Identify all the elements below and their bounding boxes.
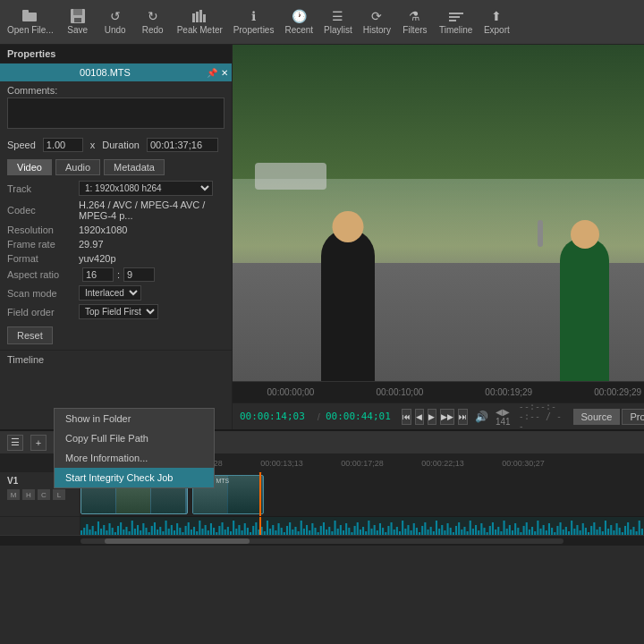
toolbar-redo[interactable]: ↻ Redo bbox=[140, 9, 166, 35]
svg-rect-199 bbox=[607, 529, 609, 535]
svg-rect-191 bbox=[585, 528, 587, 535]
track-composite-button[interactable]: C bbox=[38, 489, 50, 500]
timecode-bar: 00:00:00;00 00:00:10;00 00:00:19;29 00:0… bbox=[233, 381, 644, 402]
track-mute-button[interactable]: M bbox=[7, 489, 20, 500]
duration-input[interactable] bbox=[147, 138, 218, 152]
redo-icon: ↻ bbox=[144, 9, 162, 23]
svg-rect-147 bbox=[461, 530, 462, 535]
toolbar-open-file[interactable]: Open File... bbox=[7, 9, 54, 35]
svg-rect-10 bbox=[449, 16, 460, 18]
svg-rect-154 bbox=[480, 523, 482, 535]
tab-metadata[interactable]: Metadata bbox=[104, 159, 165, 175]
svg-rect-206 bbox=[627, 522, 629, 535]
svg-rect-181 bbox=[556, 526, 558, 535]
main-area: Properties 00108.MTS 📌 ✕ Comments: Speed… bbox=[0, 45, 644, 429]
timeline-menu-button[interactable]: ☰ bbox=[7, 435, 23, 451]
svg-rect-101 bbox=[331, 531, 333, 535]
svg-rect-61 bbox=[218, 526, 220, 535]
context-menu-copy-path[interactable]: Copy Full File Path bbox=[55, 428, 214, 448]
close-icon[interactable]: ✕ bbox=[221, 68, 228, 78]
skip-start-button[interactable]: ⏮ bbox=[402, 409, 411, 425]
speed-unit: x bbox=[90, 140, 96, 150]
svg-rect-5 bbox=[192, 13, 195, 22]
comments-input[interactable] bbox=[7, 97, 225, 129]
svg-rect-153 bbox=[478, 530, 479, 535]
toolbar-peak-meter[interactable]: Peak Meter bbox=[177, 9, 223, 35]
aspect-height-input[interactable] bbox=[123, 267, 155, 282]
svg-rect-140 bbox=[441, 525, 443, 535]
svg-rect-87 bbox=[292, 530, 293, 535]
skip-end-button[interactable]: ⏭ bbox=[458, 409, 468, 425]
toolbar-timeline[interactable]: Timeline bbox=[439, 9, 472, 35]
tab-audio[interactable]: Audio bbox=[55, 159, 100, 175]
comments-section: Comments: bbox=[0, 81, 232, 134]
project-tab[interactable]: Project bbox=[622, 409, 644, 425]
field-order-select[interactable]: Top Field First bbox=[79, 304, 158, 319]
svg-rect-138 bbox=[436, 521, 437, 535]
svg-rect-82 bbox=[278, 523, 280, 535]
file-name: 00108.MTS bbox=[4, 67, 207, 78]
speed-input[interactable] bbox=[43, 138, 83, 152]
svg-rect-158 bbox=[492, 522, 494, 535]
svg-rect-37 bbox=[151, 526, 153, 535]
pin-icon[interactable]: 📌 bbox=[207, 68, 217, 78]
svg-rect-159 bbox=[495, 530, 496, 535]
video-scene bbox=[233, 45, 644, 381]
svg-rect-63 bbox=[225, 530, 226, 535]
svg-rect-189 bbox=[580, 530, 581, 535]
toolbar-history[interactable]: ⟳ History bbox=[363, 9, 391, 35]
context-menu-more-info[interactable]: More Information... bbox=[55, 448, 214, 468]
svg-rect-178 bbox=[548, 523, 550, 535]
timeline-add-button[interactable]: + bbox=[30, 435, 47, 451]
next-frame-button[interactable]: ▶▶ bbox=[440, 409, 454, 425]
svg-rect-31 bbox=[134, 529, 136, 535]
timeline-label: Timeline bbox=[7, 354, 44, 365]
toolbar-properties[interactable]: ℹ Properties bbox=[233, 9, 275, 35]
svg-rect-150 bbox=[470, 521, 471, 535]
toolbar-filters[interactable]: ⚗ Filters bbox=[402, 9, 428, 35]
svg-rect-74 bbox=[255, 522, 257, 535]
svg-rect-51 bbox=[191, 530, 192, 535]
svg-rect-128 bbox=[407, 525, 409, 535]
tab-video[interactable]: Video bbox=[7, 159, 52, 175]
toolbar-recent[interactable]: 🕐 Recent bbox=[284, 9, 313, 35]
reset-button[interactable]: Reset bbox=[7, 326, 53, 344]
track-hide-button[interactable]: H bbox=[22, 489, 35, 500]
svg-rect-47 bbox=[179, 528, 181, 535]
scan-mode-select[interactable]: Interlaced bbox=[79, 285, 141, 301]
export-icon: ⬆ bbox=[487, 9, 505, 23]
play-button[interactable]: ▶ bbox=[428, 409, 436, 425]
svg-rect-3 bbox=[74, 18, 81, 22]
microphone bbox=[538, 220, 543, 247]
scan-mode-row: Scan mode Interlaced bbox=[7, 284, 225, 302]
toolbar-save[interactable]: Save bbox=[64, 9, 91, 35]
toolbar-undo[interactable]: ↺ Undo bbox=[102, 9, 129, 35]
tl-mark-3: 00:00:17;28 bbox=[322, 459, 402, 468]
track-select[interactable]: 1: 1920x1080 h264 bbox=[79, 181, 213, 196]
svg-rect-188 bbox=[576, 525, 578, 535]
svg-rect-137 bbox=[433, 531, 435, 535]
track-lock-button[interactable]: L bbox=[53, 489, 65, 500]
timeline-scrollbar[interactable] bbox=[80, 538, 564, 544]
file-title-icons: 📌 ✕ bbox=[207, 68, 228, 78]
aspect-width-input[interactable] bbox=[82, 267, 114, 282]
source-tab[interactable]: Source bbox=[573, 409, 621, 425]
svg-rect-184 bbox=[565, 527, 567, 535]
timecode-divider: / bbox=[318, 411, 320, 422]
svg-rect-129 bbox=[411, 530, 412, 535]
toolbar-playlist[interactable]: ☰ Playlist bbox=[324, 9, 352, 35]
source-project-tabs: Source Project bbox=[573, 409, 644, 425]
svg-rect-142 bbox=[447, 523, 449, 535]
context-menu-show-folder[interactable]: Show in Folder bbox=[55, 409, 214, 428]
context-menu-check-job[interactable]: Start Integrity Check Job bbox=[55, 468, 214, 487]
svg-rect-81 bbox=[275, 530, 276, 535]
toolbar-export[interactable]: ⬆ Export bbox=[483, 9, 510, 35]
svg-rect-65 bbox=[230, 531, 232, 535]
svg-rect-145 bbox=[455, 526, 457, 535]
prev-frame-button[interactable]: ◀ bbox=[415, 409, 424, 425]
svg-rect-36 bbox=[148, 532, 150, 535]
svg-rect-4 bbox=[73, 9, 82, 15]
svg-rect-164 bbox=[509, 525, 511, 535]
svg-rect-108 bbox=[351, 532, 352, 535]
svg-rect-195 bbox=[596, 530, 597, 535]
